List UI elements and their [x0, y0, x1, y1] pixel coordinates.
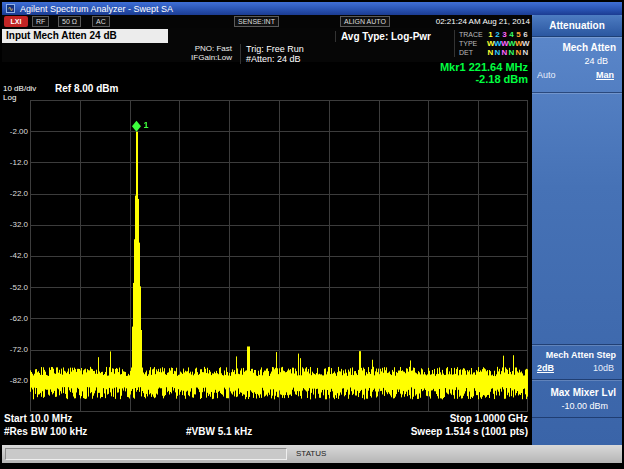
spectrum-trace-canvas — [30, 100, 528, 412]
mech-atten-man-option[interactable]: Man — [596, 70, 614, 80]
y-tick-label: -22.0 — [1, 189, 28, 198]
trace-row: TRACE 123456 — [459, 30, 529, 39]
mech-atten-auto-option[interactable]: Auto — [537, 70, 556, 80]
mech-atten-value: 24 dB — [532, 53, 622, 66]
atten-label: #Atten: 24 dB — [246, 54, 304, 64]
lxi-badge: LXI — [4, 16, 28, 27]
pno-label: PNO: Fast — [174, 44, 232, 53]
measurement-bar: Input Mech Atten 24 dB PNO: Fast IFGain:… — [2, 28, 532, 62]
app-icon: ∿ — [6, 4, 15, 13]
y-tick-label: -2.00 — [1, 127, 28, 136]
trace-types: WWWWWW — [487, 39, 529, 48]
align-indicator: ALIGN AUTO — [340, 16, 390, 27]
marker-ampl: -2.18 dBm — [380, 73, 528, 85]
avg-type-label: Avg Type: Log-Pwr — [335, 31, 431, 42]
rf-indicator: RF — [32, 16, 49, 27]
trace-numbers: 123456 — [487, 30, 529, 39]
status-label: STATUS — [296, 449, 326, 458]
datetime-display: 02:21:24 AM Aug 21, 2014 — [400, 17, 530, 26]
softkey-panel: Attenuation Mech Atten 24 dB Auto Man Me… — [532, 15, 622, 445]
step-10db-option[interactable]: 10dB — [593, 363, 614, 373]
max-mixer-value: -10.00 dBm — [532, 398, 622, 411]
input-atten-banner: Input Mech Atten 24 dB — [2, 29, 168, 43]
softkey-blank — [532, 93, 622, 344]
type-row-label: TYPE — [459, 39, 487, 48]
trace-dets: NNNNNN — [487, 48, 529, 57]
sense-indicator: SENSE:INT — [234, 16, 279, 27]
y-tick-label: -52.0 — [1, 283, 28, 292]
log-scale-label: Log — [3, 93, 16, 102]
trig-label: Trig: Free Run — [246, 44, 304, 54]
y-tick-label: -62.0 — [1, 314, 28, 323]
type-row: TYPE WWWWWW — [459, 39, 529, 48]
y-tick-label: -72.0 — [1, 345, 28, 354]
softkey-max-mixer-lvl[interactable]: Max Mixer Lvl -10.00 dBm — [532, 380, 622, 418]
window-title: Agilent Spectrum Analyzer - Swept SA — [20, 4, 173, 14]
marker-readout: Mkr1 221.64 MHz -2.18 dBm — [380, 61, 528, 85]
status-message-field — [5, 448, 287, 460]
rbw-label: #Res BW 100 kHz — [4, 426, 87, 437]
bottom-status-bar: STATUS — [2, 445, 622, 463]
softkey-mech-atten-step[interactable]: Mech Atten Step 2dB 10dB — [532, 344, 622, 380]
stop-freq-label: Stop 1.0000 GHz — [388, 413, 528, 424]
det-row: DET NNNNNN — [459, 48, 529, 57]
vbw-label: #VBW 5.1 kHz — [186, 426, 252, 437]
status-row: LXI RF 50 Ω AC SENSE:INT ALIGN AUTO 02:2… — [2, 15, 532, 28]
trig-block: Trig: Free Run #Atten: 24 dB — [240, 44, 304, 64]
ifgain-label: IFGain:Low — [174, 53, 232, 62]
ref-level-label: Ref 8.00 dBm — [55, 83, 118, 94]
spectrum-plot — [30, 100, 528, 412]
marker-freq: Mkr1 221.64 MHz — [380, 61, 528, 73]
mech-atten-step-label: Mech Atten Step — [532, 345, 622, 360]
y-tick-label: -82.0 — [1, 376, 28, 385]
softkey-mech-atten[interactable]: Mech Atten 24 dB Auto Man — [532, 37, 622, 93]
title-bar: ∿ Agilent Spectrum Analyzer - Swept SA — [2, 2, 622, 15]
scale-per-div-label: 10 dB/div — [3, 84, 36, 93]
y-tick-label: -42.0 — [1, 251, 28, 260]
impedance-indicator: 50 Ω — [58, 16, 81, 27]
trace-row-label: TRACE — [459, 30, 487, 39]
menu-title-tab: Attenuation — [532, 15, 622, 37]
start-freq-label: Start 10.0 MHz — [4, 413, 72, 424]
y-tick-label: -12.0 — [1, 158, 28, 167]
sweep-label: Sweep 1.514 s (1001 pts) — [348, 426, 528, 437]
y-tick-label: -32.0 — [1, 220, 28, 229]
coupling-indicator: AC — [92, 16, 110, 27]
pno-block: PNO: Fast IFGain:Low — [174, 44, 232, 62]
trace-legend: TRACE 123456 TYPE WWWWWW DET NNNNNN — [454, 30, 529, 57]
mech-atten-label: Mech Atten — [532, 37, 622, 53]
max-mixer-label: Max Mixer Lvl — [532, 380, 622, 398]
det-row-label: DET — [459, 48, 487, 57]
step-2db-option[interactable]: 2dB — [537, 363, 554, 373]
analyzer-screen: ∿ Agilent Spectrum Analyzer - Swept SA L… — [0, 0, 624, 469]
